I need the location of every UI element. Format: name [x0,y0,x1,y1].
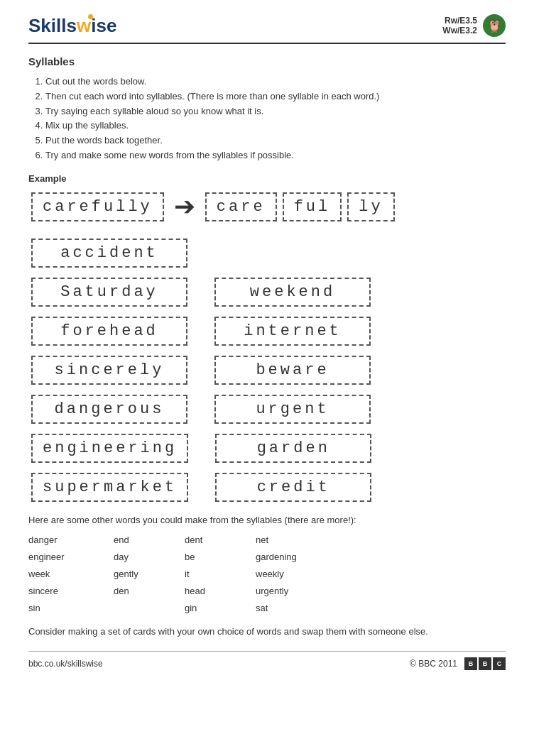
bbc-c: C [493,657,506,670]
word-forehead: forehead [31,317,187,346]
bbc-b1: B [464,657,477,670]
other-words-grid: danger end dent net engineer day be gard… [28,532,506,616]
footer-copyright: © BBC 2011 [410,659,457,669]
instruction-5: Put the words back together. [45,133,506,148]
owl-icon: 🦉 [483,14,506,37]
logo: Skillswise [28,15,116,37]
word-beware: beware [214,356,371,385]
example-source-word: carefully [31,192,164,221]
other-word-be: be [185,549,256,565]
other-word-week: week [28,566,114,582]
word-accident: accident [31,239,187,268]
word-engineering: engineering [31,434,188,463]
example-part-3: ly [347,192,394,221]
instruction-2: Then cut each word into syllables. (Ther… [45,89,506,104]
other-word-it: it [185,566,256,582]
other-word-weekly: weekly [256,566,327,582]
word-row-5: engineering garden [28,431,506,466]
page-title: Syllables [28,55,506,67]
other-words-intro: Here are some other words you could make… [28,515,506,525]
other-word-gin: gin [185,601,256,616]
instruction-6: Try and make some new words from the syl… [45,148,506,163]
instruction-1: Cut out the words below. [45,75,506,89]
word-row-0: accident [28,236,506,270]
other-word-sat: sat [256,601,327,616]
page: Skillswise Rw/E3.5 Ww/E3.2 🦉 Syllables C… [0,0,534,756]
footer-right: © BBC 2011 B B C [410,657,506,670]
words-grid: accident Saturday weekend forehead inter… [28,236,506,505]
other-word-net: net [256,532,327,548]
word-row-3: sincerely beware [28,353,506,388]
word-credit: credit [215,473,371,502]
other-word-den: den [114,584,185,599]
instruction-3: Try saying each syllable aloud so you kn… [45,104,506,119]
word-row-4: dangerous urgent [28,392,506,427]
word-dangerous: dangerous [31,395,187,424]
word-supermarket: supermarket [31,473,188,502]
word-row-1: Saturday weekend [28,275,506,309]
other-word-blank [114,601,185,616]
bbc-logo: B B C [464,657,506,670]
other-word-urgently: urgently [256,584,327,599]
example-part-1: care [205,192,277,221]
other-word-dent: dent [185,532,256,548]
other-word-end: end [114,532,185,548]
instruction-4: Mix up the syllables. [45,119,506,133]
word-saturday: Saturday [31,278,187,307]
other-word-gardening: gardening [256,549,327,565]
other-word-engineer: engineer [28,549,114,565]
footer: bbc.co.uk/skillswise © BBC 2011 B B C [28,651,506,670]
other-word-day: day [114,549,185,565]
arrow-icon: ➔ [174,192,195,221]
ref2: Ww/E3.2 [442,26,477,35]
ref-codes: Rw/E3.5 Ww/E3.2 [442,16,477,35]
other-word-danger: danger [28,532,114,548]
word-sincerely: sincerely [31,356,187,385]
footer-url: bbc.co.uk/skillswise [28,659,103,669]
example-row: carefully ➔ care ful ly [28,190,506,224]
word-row-2: forehead internet [28,314,506,349]
other-word-head: head [185,584,256,599]
word-row-6: supermarket credit [28,470,506,505]
header: Skillswise Rw/E3.5 Ww/E3.2 🦉 [28,14,506,44]
other-word-sincere: sincere [28,584,114,599]
word-weekend: weekend [214,278,371,307]
example-label: Example [28,173,506,184]
bbc-b2: B [479,657,491,670]
ref1: Rw/E3.5 [442,16,477,26]
other-word-sin: sin [28,601,114,616]
other-word-gently: gently [114,566,185,582]
logo-text: Skillswise [28,15,116,37]
word-urgent: urgent [214,395,371,424]
instructions: Cut out the words below. Then cut each w… [28,75,506,163]
example-part-2: ful [283,192,342,221]
word-internet: internet [214,317,371,346]
word-garden: garden [215,434,371,463]
consider-text: Consider making a set of cards with your… [28,626,506,637]
header-right: Rw/E3.5 Ww/E3.2 🦉 [442,14,506,37]
